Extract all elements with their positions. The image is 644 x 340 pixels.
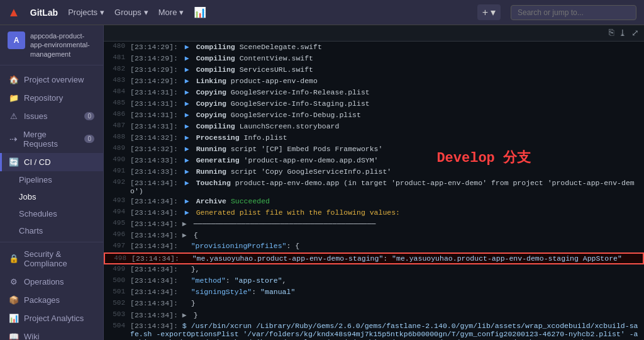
sidebar-item-wiki[interactable]: 📖 Wiki <box>0 327 103 340</box>
log-line: 501 [23:14:34]: "signingStyle": "manual" <box>104 287 644 298</box>
collapse-arrow[interactable]: ▶ <box>182 220 187 228</box>
log-line: 493 [23:14:34]: ▶ Archive Succeeded <box>104 196 644 207</box>
sidebar-project: A appcoda-product-app-environmental-mana… <box>0 25 103 65</box>
copy-icon[interactable]: ⎘ <box>609 28 614 38</box>
navbar: ▲ GitLab Projects ▾ Groups ▾ More ▾ 📊 + … <box>0 0 644 25</box>
log-line: 502 [23:14:34]: } <box>104 298 644 310</box>
sidebar-item-project-overview[interactable]: 🏠 Project overview <box>0 71 103 89</box>
navbar-groups[interactable]: Groups ▾ <box>114 8 148 17</box>
sidebar-item-label: Security & Compliance <box>24 249 94 268</box>
sidebar-item-label: Schedules <box>19 209 57 218</box>
log-content: 480 [23:14:29]: ▶ Compiling SceneDelegat… <box>104 42 644 340</box>
cicd-icon: 🔄 <box>9 157 19 167</box>
log-line: 482 [23:14:29]: ▶ Compiling ServicesURL.… <box>104 64 644 76</box>
log-line: 487 [23:14:31]: ▶ Compiling LaunchScreen… <box>104 121 644 132</box>
operations-icon: ⚙ <box>9 277 19 286</box>
packages-icon: 📦 <box>9 295 19 305</box>
log-line: 495 [23:14:34]: ▶ ──────────────────────… <box>104 218 644 230</box>
sidebar-item-packages[interactable]: 📦 Packages <box>0 291 103 309</box>
navbar-plus-btn[interactable]: + ▾ <box>477 4 501 20</box>
project-name: appcoda-product-app-environmental-manage… <box>30 31 96 59</box>
search-input[interactable] <box>511 5 636 20</box>
sidebar-divider <box>0 242 103 242</box>
sidebar-item-label: Repository <box>24 93 63 103</box>
navbar-projects[interactable]: Projects ▾ <box>68 8 104 17</box>
sidebar-item-cicd[interactable]: 🔄 CI / CD <box>0 153 103 171</box>
sidebar-item-label: Charts <box>19 226 43 235</box>
wiki-icon: 📖 <box>9 332 19 340</box>
log-area: ⎘ ⤓ ⤢ Develop 分支 480 [23:14:29]: ▶ Compi… <box>104 25 644 340</box>
log-line: 486 [23:14:31]: ▶ Copying GoogleService-… <box>104 110 644 121</box>
log-line: 492 [23:14:34]: ▶ Touching product-app-e… <box>104 178 644 196</box>
navbar-chart-icon[interactable]: 📊 <box>194 6 206 18</box>
sidebar-item-label: Issues <box>24 111 48 121</box>
avatar: A <box>8 31 25 49</box>
sidebar: A appcoda-product-app-environmental-mana… <box>0 25 104 340</box>
main-content: A appcoda-product-app-environmental-mana… <box>0 25 644 340</box>
home-icon: 🏠 <box>9 75 19 84</box>
sidebar-item-merge-requests[interactable]: ⇢ Merge Requests 0 <box>0 125 103 153</box>
download-icon[interactable]: ⤓ <box>619 28 626 38</box>
log-line: 497 [23:14:34]: "provisioningProfiles": … <box>104 241 644 252</box>
sidebar-item-project-analytics[interactable]: 📊 Project Analytics <box>0 309 103 327</box>
sidebar-item-label: Operations <box>24 277 64 286</box>
log-line: 488 [23:14:32]: ▶ Processing Info.plist <box>104 132 644 144</box>
issues-badge: 0 <box>84 112 94 120</box>
collapse-arrow[interactable]: ▶ <box>182 231 187 239</box>
security-icon: 🔒 <box>9 254 19 263</box>
develop-branch-label: Develop 分支 <box>436 148 531 167</box>
sidebar-item-schedules[interactable]: Schedules <box>0 205 103 222</box>
log-line: 489 [23:14:32]: ▶ Running script '[CP] E… <box>104 144 644 155</box>
log-line: 496 [23:14:34]: ▶ { <box>104 230 644 241</box>
sidebar-item-label: Project Analytics <box>24 314 84 323</box>
collapse-arrow[interactable]: ▶ <box>182 311 187 319</box>
sidebar-item-label: Merge Requests <box>23 130 79 149</box>
folder-icon: 📁 <box>9 93 19 103</box>
log-line: 483 [23:14:29]: ▶ Linking product-app-en… <box>104 76 644 87</box>
sidebar-item-label: Pipelines <box>19 175 52 184</box>
gitlab-logo: ▲ <box>8 5 20 20</box>
log-line: 490 [23:14:33]: ▶ Generating 'product-ap… <box>104 155 644 166</box>
log-line: 484 [23:14:31]: ▶ Copying GoogleService-… <box>104 87 644 98</box>
merge-icon: ⇢ <box>9 133 18 145</box>
sidebar-item-label: CI / CD <box>24 157 51 167</box>
log-line: 491 [23:14:33]: ▶ Running script 'Copy G… <box>104 166 644 178</box>
sidebar-item-jobs[interactable]: Jobs <box>0 188 103 205</box>
log-line: 481 [23:14:29]: ▶ Compiling ContentView.… <box>104 53 644 64</box>
sidebar-item-label: Wiki <box>24 332 40 340</box>
navbar-more[interactable]: More ▾ <box>158 8 184 17</box>
log-toolbar: ⎘ ⤓ ⤢ <box>104 25 644 42</box>
gitlab-logo-text: GitLab <box>30 8 58 18</box>
sidebar-item-label: Packages <box>24 295 60 305</box>
issues-icon: ⚠ <box>9 111 19 121</box>
sidebar-item-operations[interactable]: ⚙ Operations <box>0 273 103 291</box>
log-line: 494 [23:14:34]: ▶ Generated plist file w… <box>104 207 644 218</box>
sidebar-nav: 🏠 Project overview 📁 Repository ⚠ Issues… <box>0 65 103 340</box>
sidebar-item-label: Jobs <box>19 192 36 201</box>
log-line: 503 [23:14:34]: ▶ } <box>104 310 644 321</box>
sidebar-item-security[interactable]: 🔒 Security & Compliance <box>0 245 103 273</box>
merge-badge: 0 <box>84 135 94 143</box>
sidebar-item-charts[interactable]: Charts <box>0 222 103 239</box>
sidebar-item-label: Project overview <box>24 75 84 84</box>
sidebar-item-pipelines[interactable]: Pipelines <box>0 171 103 188</box>
log-line: 499 [23:14:34]: }, <box>104 264 644 276</box>
log-line-boxed: 498 [23:14:34]: "me.yasuoyuhao.product-a… <box>104 252 644 264</box>
log-line-cmd: 504 [23:14:34]: $ /usr/bin/xcrun /Librar… <box>104 321 644 340</box>
log-line: 485 [23:14:31]: ▶ Copying GoogleService-… <box>104 98 644 110</box>
analytics-icon: 📊 <box>9 314 19 323</box>
log-line: 500 [23:14:34]: "method": "app-store", <box>104 276 644 287</box>
sidebar-item-repository[interactable]: 📁 Repository <box>0 89 103 107</box>
sidebar-item-issues[interactable]: ⚠ Issues 0 <box>0 107 103 125</box>
log-line: 480 [23:14:29]: ▶ Compiling SceneDelegat… <box>104 42 644 53</box>
expand-icon[interactable]: ⤢ <box>631 28 639 38</box>
